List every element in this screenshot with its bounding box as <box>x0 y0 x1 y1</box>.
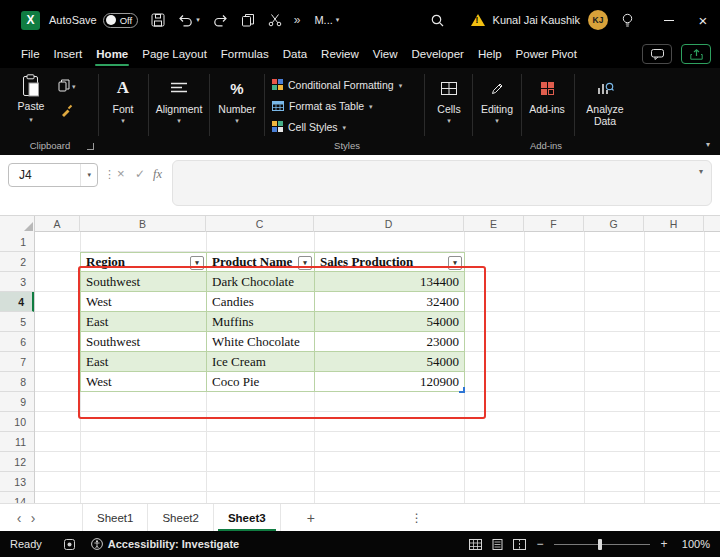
cell-B5[interactable]: East <box>81 312 207 332</box>
share-button[interactable] <box>681 44 711 64</box>
cell-C6[interactable]: White Chocolate <box>207 332 315 352</box>
copy-button[interactable] <box>241 13 255 27</box>
user-name[interactable]: Kunal Jai Kaushik <box>493 14 580 26</box>
cell-C7[interactable]: Ice Cream <box>207 352 315 372</box>
cell-B7[interactable]: East <box>81 352 207 372</box>
name-box[interactable]: J4 ▾ <box>8 163 98 187</box>
filter-button[interactable]: ▾ <box>448 256 462 270</box>
row-header-14[interactable]: 14 <box>0 492 34 503</box>
save-button[interactable] <box>151 13 165 27</box>
row-header-8[interactable]: 8 <box>0 372 34 392</box>
row-header-6[interactable]: 6 <box>0 332 34 352</box>
row-header-9[interactable]: 9 <box>0 392 34 412</box>
analyze-data-button[interactable]: Analyze Data <box>578 76 632 127</box>
column-header-c[interactable]: C <box>206 216 314 232</box>
cell-C5[interactable]: Muffins <box>207 312 315 332</box>
row-header-11[interactable]: 11 <box>0 432 34 452</box>
zoom-slider-knob[interactable] <box>598 539 602 550</box>
redo-button[interactable] <box>213 14 228 27</box>
editing-group-button[interactable]: Editing ▾ <box>474 76 520 125</box>
comments-button[interactable] <box>642 44 672 64</box>
formula-bar-expand-icon[interactable]: ▾ <box>699 167 703 176</box>
cell-D5[interactable]: 54000 <box>315 312 465 332</box>
row-header-7[interactable]: 7 <box>0 352 34 372</box>
tab-insert[interactable]: Insert <box>47 40 90 68</box>
page-layout-view-button[interactable] <box>491 539 504 550</box>
close-button[interactable]: × <box>686 0 720 40</box>
conditional-formatting-button[interactable]: Conditional Formatting ▾ <box>272 74 422 95</box>
insert-function-button[interactable]: fx <box>153 167 162 182</box>
excel-logo-icon[interactable]: X <box>21 11 40 30</box>
cell-B3[interactable]: Southwest <box>81 272 207 292</box>
search-button[interactable] <box>430 13 445 28</box>
formula-input[interactable] <box>172 160 712 206</box>
font-group-button[interactable]: A Font ▾ <box>100 76 146 125</box>
alignment-group-button[interactable]: Alignment ▾ <box>151 76 207 125</box>
column-header-a[interactable]: A <box>35 216 80 232</box>
enter-icon[interactable]: ✓ <box>135 167 145 181</box>
zoom-in-button[interactable]: + <box>659 537 669 551</box>
row-header-1[interactable]: 1 <box>0 232 34 252</box>
chevron-down-icon[interactable]: ▾ <box>80 164 97 186</box>
cell-D3[interactable]: 134400 <box>315 272 465 292</box>
accessibility-status[interactable]: Accessibility: Investigate <box>91 538 239 550</box>
page-break-preview-button[interactable] <box>513 539 526 550</box>
row-header-3[interactable]: 3 <box>0 272 34 292</box>
cell-D7[interactable]: 54000 <box>315 352 465 372</box>
cell-styles-button[interactable]: Cell Styles ▾ <box>272 116 422 137</box>
undo-button[interactable]: ▾ <box>178 14 200 27</box>
normal-view-button[interactable] <box>469 539 482 550</box>
tab-formulas[interactable]: Formulas <box>214 40 276 68</box>
row-header-5[interactable]: 5 <box>0 312 34 332</box>
macro-record-button[interactable] <box>64 539 75 550</box>
cells-group-button[interactable]: Cells ▾ <box>427 76 471 125</box>
cell-C8[interactable]: Coco Pie <box>207 372 315 392</box>
format-as-table-button[interactable]: Format as Table ▾ <box>272 95 422 116</box>
toolbar-overflow-icon[interactable]: » <box>294 13 301 27</box>
select-all-button[interactable] <box>0 216 35 232</box>
column-header-b[interactable]: B <box>80 216 206 232</box>
table-resize-handle[interactable] <box>459 387 465 393</box>
cell-C2[interactable]: Product Name ▾ <box>207 252 315 272</box>
sheet-nav-left-icon[interactable]: ‹ <box>12 510 26 526</box>
new-sheet-button[interactable]: + <box>307 510 315 526</box>
warning-icon[interactable]: ! <box>471 14 485 26</box>
cell-D2[interactable]: Sales Production ▾ <box>315 252 465 272</box>
tab-view[interactable]: View <box>366 40 405 68</box>
cell-B8[interactable]: West <box>81 372 207 392</box>
sheet-tab-sheet2[interactable]: Sheet2 <box>148 504 213 531</box>
tab-home[interactable]: Home <box>89 40 135 68</box>
cell-C3[interactable]: Dark Chocolate <box>207 272 315 292</box>
number-group-button[interactable]: % Number ▾ <box>212 76 262 125</box>
tab-page-layout[interactable]: Page Layout <box>135 40 214 68</box>
sheet-options-icon[interactable]: ⋮ <box>411 511 423 525</box>
cell-D8[interactable]: 120900 <box>315 372 465 392</box>
zoom-percentage[interactable]: 100% <box>678 538 710 550</box>
paste-button[interactable]: Paste ▾ <box>8 74 54 124</box>
tab-review[interactable]: Review <box>314 40 366 68</box>
column-header-h[interactable]: H <box>644 216 704 232</box>
autosave-control[interactable]: AutoSave Off <box>49 13 138 28</box>
clipboard-dialog-launcher-icon[interactable] <box>87 143 94 150</box>
tab-power-pivot[interactable]: Power Pivot <box>509 40 584 68</box>
cell-D6[interactable]: 23000 <box>315 332 465 352</box>
minimize-button[interactable] <box>652 0 686 40</box>
filter-button[interactable]: ▾ <box>190 256 204 270</box>
tab-data[interactable]: Data <box>276 40 314 68</box>
cell-B4[interactable]: West <box>81 292 207 312</box>
add-ins-button[interactable]: Add-ins <box>523 76 571 115</box>
copy-small-button[interactable]: ▾ <box>58 79 76 92</box>
collapse-ribbon-icon[interactable]: ▾ <box>706 140 710 149</box>
cell-D4[interactable]: 32400 <box>315 292 465 312</box>
tab-help[interactable]: Help <box>471 40 509 68</box>
row-header-12[interactable]: 12 <box>0 452 34 472</box>
avatar[interactable]: KJ <box>588 10 608 30</box>
row-header-4[interactable]: 4 <box>0 292 34 312</box>
tab-file[interactable]: File <box>14 40 47 68</box>
column-header-f[interactable]: F <box>524 216 584 232</box>
zoom-out-button[interactable]: − <box>535 537 545 551</box>
format-painter-button[interactable] <box>60 104 74 117</box>
tab-developer[interactable]: Developer <box>405 40 471 68</box>
row-header-2[interactable]: 2 <box>0 252 34 272</box>
undo-caret-icon[interactable]: ▾ <box>196 16 200 24</box>
